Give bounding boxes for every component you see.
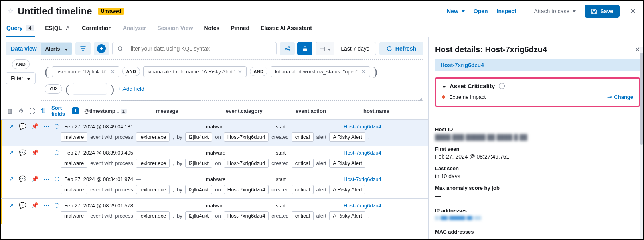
fullscreen-icon[interactable]: ⛶ [29, 108, 35, 114]
pin-icon[interactable]: 📌 [31, 202, 39, 209]
empty-group[interactable] [73, 83, 107, 95]
and-operator[interactable]: AND [122, 67, 140, 76]
refresh-button[interactable]: Refresh [379, 42, 423, 55]
add-field-link[interactable]: + Add field [118, 86, 144, 92]
pin-icon[interactable]: 📌 [31, 149, 39, 156]
alert-reason: malwareevent with processiexlorer.exe,by… [1, 183, 428, 198]
query-count-badge: 4 [26, 25, 34, 31]
inspect-button[interactable]: Inspect [497, 8, 516, 14]
sort-fields-button[interactable]: Sort fields [51, 105, 67, 117]
table-row[interactable]: ↗💬📌⋯⬡Feb 27, 2024 @ 08:49:04.181—malware… [1, 119, 428, 146]
more-icon[interactable]: ⋯ [43, 175, 49, 183]
and-operator[interactable]: AND [12, 59, 30, 69]
expand-icon[interactable]: ↗ [9, 175, 14, 183]
save-button[interactable]: Save [585, 5, 620, 18]
pin-icon[interactable]: 📌 [31, 175, 39, 183]
favorite-star-icon[interactable]: ☆ [7, 7, 14, 16]
divider [525, 7, 525, 16]
share-icon-button[interactable] [280, 42, 295, 55]
tab-analyzer: Analyzer [122, 21, 147, 37]
host-link[interactable]: Host-7xrig6dzu4 [344, 150, 381, 156]
host-badge[interactable]: Host-7xrig6dzu4 [435, 59, 640, 71]
or-operator[interactable]: OR [45, 84, 62, 94]
close-icon[interactable]: ✕ [628, 7, 638, 16]
reason-token: iexlorer.exe [136, 159, 170, 168]
save-label: Save [600, 8, 613, 14]
expand-icon[interactable]: ↗ [9, 123, 14, 130]
ip-addresses-value [435, 216, 640, 220]
host-link[interactable]: Host-7xrig6dzu4 [344, 124, 381, 130]
close-panel-icon[interactable]: ✕ [635, 46, 640, 53]
table-header: ▥ ⚙ ⛶ ⇅ Sort fields 1 @timestamp ↓1 mess… [1, 103, 428, 119]
change-criticality-button[interactable]: ⇤ Change [607, 94, 633, 100]
host-id-value: ████ ███ █████ ██ ████ █ ██ [435, 134, 640, 140]
filter-chip[interactable]: kibana.alert.workflow_status: "open"✕ [271, 66, 370, 77]
cube-icon[interactable]: ⬡ [54, 123, 59, 130]
host-link[interactable]: Host-7xrig6dzu4 [344, 203, 381, 209]
tab-ai-assistant[interactable]: Elastic AI Assistant [260, 21, 313, 37]
sort-icon[interactable]: ⇅ [41, 107, 46, 114]
lock-icon-button[interactable] [297, 42, 312, 55]
cube-icon[interactable]: ⬡ [54, 149, 59, 156]
attach-to-case-menu[interactable]: Attach to case [534, 8, 576, 14]
new-menu[interactable]: New [447, 8, 465, 14]
filter-icon-button[interactable] [75, 42, 91, 55]
and-operator[interactable]: AND [250, 67, 267, 76]
expand-icon[interactable]: ↗ [9, 149, 14, 156]
table-row[interactable]: ↗💬📌⋯⬡Feb 27, 2024 @ 08:39:03.405—malware… [1, 146, 428, 172]
max-anomaly-label: Max anomaly score by job [435, 185, 640, 191]
query-builder[interactable]: ( user.name: "l2jllu4ukt"✕ AND kibana.al… [40, 59, 423, 101]
host-link[interactable]: Host-7xrig6dzu4 [344, 176, 381, 182]
comment-icon[interactable]: 💬 [19, 149, 26, 156]
remove-chip-icon[interactable]: ✕ [362, 69, 366, 75]
add-filter-button[interactable]: + [94, 42, 109, 55]
filter-chip[interactable]: kibana.alert.rule.name: "A Risky Alert"✕ [143, 66, 247, 77]
open-button[interactable]: Open [474, 8, 488, 14]
comment-icon[interactable]: 💬 [19, 123, 26, 130]
remove-chip-icon[interactable]: ✕ [111, 69, 115, 75]
expand-icon[interactable]: ↗ [9, 202, 14, 209]
reason-token: A Risky Alert [329, 132, 365, 142]
calendar-icon [316, 42, 334, 55]
save-icon [591, 8, 597, 14]
col-category[interactable]: event.category [226, 108, 296, 114]
reason-token: critical [292, 159, 314, 168]
severity-dot-icon [442, 95, 445, 99]
columns-icon[interactable]: ▥ [7, 107, 13, 114]
tab-notes[interactable]: Notes [203, 21, 220, 37]
kql-search[interactable] [112, 42, 277, 55]
pin-icon[interactable]: 📌 [31, 123, 39, 130]
col-host[interactable]: host.name [363, 108, 423, 114]
date-picker[interactable]: Last 7 days [316, 42, 376, 55]
cube-icon[interactable]: ⬡ [54, 202, 59, 209]
tab-query[interactable]: Query4 [6, 21, 35, 37]
tab-pinned[interactable]: Pinned [230, 21, 250, 37]
cube-icon[interactable]: ⬡ [54, 175, 59, 183]
more-icon[interactable]: ⋯ [43, 123, 49, 130]
remove-chip-icon[interactable]: ✕ [238, 69, 242, 75]
kql-input[interactable] [127, 42, 271, 55]
scrollbar-thumb[interactable] [640, 53, 643, 145]
col-message[interactable]: message [156, 108, 226, 114]
more-icon[interactable]: ⋯ [43, 149, 49, 156]
tab-esql[interactable]: ES|QL [44, 21, 71, 37]
comment-icon[interactable]: 💬 [19, 175, 26, 183]
tab-correlation[interactable]: Correlation [81, 21, 113, 37]
comment-icon[interactable]: 💬 [19, 202, 26, 209]
filter-chip[interactable]: user.name: "l2jllu4ukt"✕ [52, 66, 119, 77]
resize-handle[interactable] [418, 97, 422, 101]
message-cell: — [136, 150, 206, 156]
filter-dropdown[interactable]: Filter [6, 72, 36, 84]
reason-token: l2jllu4ukt [185, 132, 213, 142]
col-timestamp[interactable]: @timestamp ↓1 [84, 108, 156, 114]
settings-icon[interactable]: ⚙ [18, 107, 24, 114]
sort-index-badge: 1 [72, 107, 79, 114]
more-icon[interactable]: ⋯ [43, 202, 49, 209]
chevron-down-icon[interactable] [442, 83, 446, 89]
table-row[interactable]: ↗💬📌⋯⬡Feb 27, 2024 @ 08:34:01.974—malware… [1, 172, 428, 198]
alert-reason: malwareevent with processiexlorer.exe,by… [1, 131, 428, 146]
data-view-picker[interactable]: Data view Alerts [6, 42, 72, 55]
col-action[interactable]: event.action [296, 108, 363, 114]
table-row[interactable]: ↗💬📌⋯⬡Feb 27, 2024 @ 08:29:01.578—malware… [1, 198, 428, 224]
info-icon[interactable]: i [499, 83, 505, 89]
